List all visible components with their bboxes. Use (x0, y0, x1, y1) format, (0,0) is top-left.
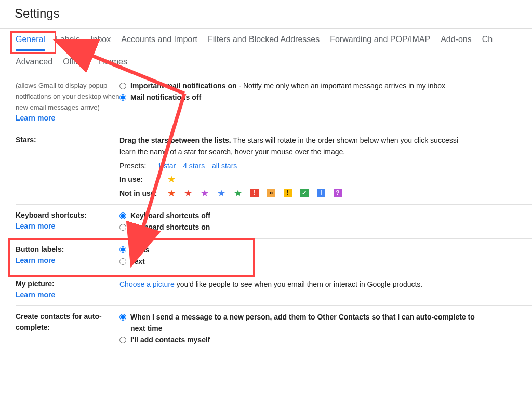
tab-labels[interactable]: Labels (56, 29, 80, 51)
square-green-check-icon[interactable]: ✓ (300, 189, 309, 197)
stars-label: Stars: (16, 135, 119, 145)
notif-mail-off-label: Mail notifications off (130, 91, 201, 103)
notifications-learn-more[interactable]: Learn more (16, 114, 55, 122)
mypicture-label: My picture: (16, 280, 55, 288)
stars-drag-bold: Drag the stars between the lists. (119, 136, 231, 144)
stars-drag-line2: learn the name of a star for search, hov… (119, 146, 532, 157)
choose-picture-link[interactable]: Choose a picture (119, 280, 175, 288)
section-my-picture: My picture: Learn more Choose a picture … (16, 273, 532, 306)
section-keyboard-shortcuts: Keyboard shortcuts: Learn more Keyboard … (16, 205, 532, 239)
tab-accounts-import[interactable]: Accounts and Import (121, 29, 197, 51)
contacts-opt2: I'll add contacts myself (130, 334, 210, 345)
preset-4stars[interactable]: 4 stars (183, 162, 205, 170)
star-yellow-icon[interactable]: ★ (167, 175, 176, 184)
radio-keyboard-off[interactable] (119, 212, 126, 219)
tab-filters-blocked[interactable]: Filters and Blocked Addresses (208, 29, 320, 51)
radio-important-on[interactable] (119, 83, 126, 89)
preset-1star[interactable]: 1 star (157, 162, 176, 170)
buttonlabels-text: Text (130, 256, 145, 267)
keyboard-on-label: Keyboard shortcuts on (130, 221, 210, 233)
radio-contacts-manual[interactable] (119, 337, 126, 343)
mypicture-desc: you'd like people to see when you email … (175, 280, 422, 288)
square-purple-question-icon[interactable]: ? (334, 189, 342, 197)
radio-keyboard-on[interactable] (119, 224, 126, 231)
radio-mail-off[interactable] (119, 94, 126, 101)
square-yellow-exclaim-icon[interactable]: ! (284, 189, 292, 197)
buttonlabels-icons: Icons (130, 244, 150, 256)
stars-presets-label: Presets: (119, 162, 146, 170)
contacts-opt1-line2: next time (130, 324, 162, 332)
tab-addons[interactable]: Add-ons (441, 29, 472, 51)
tab-general[interactable]: General (16, 29, 45, 51)
star-red-icon[interactable]: ★ (184, 189, 192, 198)
buttonlabels-learn-more[interactable]: Learn more (16, 256, 55, 264)
keyboard-off-label: Keyboard shortcuts off (130, 210, 210, 221)
section-stars: Stars: Drag the stars between the lists.… (16, 129, 532, 205)
radio-icons[interactable] (119, 246, 126, 253)
square-blue-info-icon[interactable]: i (317, 189, 325, 197)
section-notifications: (allows Gmail to display popup notificat… (16, 75, 532, 129)
star-blue-icon[interactable]: ★ (217, 189, 225, 198)
stars-inuse-label: In use: (119, 174, 161, 185)
star-purple-icon[interactable]: ★ (201, 189, 209, 198)
notif-important-on-label: Important mail notifications on (130, 82, 237, 90)
tab-more[interactable]: Ch (482, 29, 493, 51)
notif-important-on-desc: - Notify me only when an important messa… (237, 82, 446, 90)
tab-forwarding[interactable]: Forwarding and POP/IMAP (330, 29, 430, 51)
section-button-labels: Button labels: Learn more Icons Text (16, 239, 532, 273)
page-title: Settings (0, 0, 532, 28)
contacts-opt1-line1: When I send a message to a new person, a… (130, 313, 475, 321)
tab-offline[interactable]: Offline (63, 51, 87, 72)
radio-text[interactable] (119, 258, 126, 265)
tabs-row-2: Advanced Offline Themes (0, 51, 532, 72)
tab-themes[interactable]: Themes (97, 51, 127, 72)
preset-allstars[interactable]: all stars (212, 162, 237, 170)
keyboard-label: Keyboard shortcuts: (16, 211, 87, 219)
square-orange-arrow-icon[interactable]: » (267, 189, 275, 197)
star-green-icon[interactable]: ★ (234, 189, 242, 198)
section-create-contacts: Create contacts for auto-complete: When … (16, 306, 532, 351)
contacts-label: Create contacts for auto-complete: (16, 312, 102, 331)
stars-drag-rest: The stars will rotate in the order shown… (231, 136, 458, 144)
tabs-row-1: General Labels Inbox Accounts and Import… (0, 28, 532, 51)
notifications-desc: (allows Gmail to display popup notificat… (16, 82, 119, 111)
stars-notinuse-label: Not in use: (119, 188, 161, 199)
radio-contacts-auto[interactable] (119, 314, 126, 321)
mypicture-learn-more[interactable]: Learn more (16, 290, 55, 299)
buttonlabels-label: Button labels: (16, 245, 64, 254)
tab-inbox[interactable]: Inbox (90, 29, 111, 51)
star-orange-icon[interactable]: ★ (167, 189, 176, 198)
square-red-exclaim-icon[interactable]: ! (250, 189, 259, 197)
keyboard-learn-more[interactable]: Learn more (16, 222, 55, 230)
tab-advanced[interactable]: Advanced (16, 51, 52, 72)
